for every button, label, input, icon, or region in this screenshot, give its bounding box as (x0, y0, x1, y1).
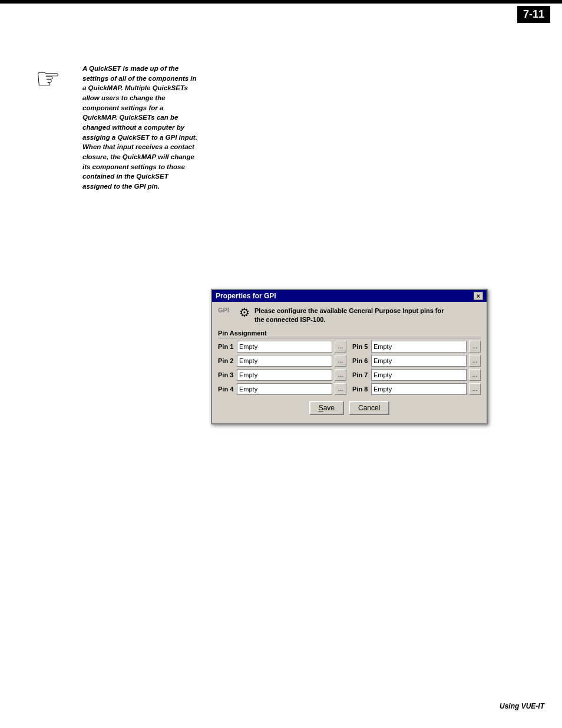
pin-3-label: Pin 3 (218, 371, 234, 378)
pin-7-label: Pin 7 (352, 371, 369, 378)
dialog-title: Properties for GPI (216, 292, 276, 300)
pin-2-label: Pin 2 (218, 357, 234, 364)
quickset-icon: ☞ (35, 65, 77, 106)
pin-8-row: Pin 8 ... (352, 383, 481, 395)
pin-5-label: Pin 5 (352, 343, 369, 350)
dialog-close-button[interactable]: × (474, 292, 483, 300)
pin-6-browse-button[interactable]: ... (469, 355, 481, 367)
pin-6-input[interactable] (371, 355, 467, 367)
pin-7-browse-button[interactable]: ... (469, 369, 481, 381)
pin-2-browse-button[interactable]: ... (335, 355, 346, 367)
dialog-titlebar: Properties for GPI × (212, 290, 487, 302)
save-underline-s: S (319, 404, 323, 412)
pin-7-row: Pin 7 ... (352, 369, 481, 381)
pin-4-row: Pin 4 ... (218, 383, 346, 395)
bottom-right-label: Using VUE-IT (500, 702, 544, 710)
dialog-description-line1: Please configure the available General P… (254, 307, 444, 315)
dialog-body: GPI ⚙ Please configure the available Gen… (212, 302, 487, 423)
dialog-buttons: Save Cancel (218, 401, 481, 419)
page-number: 7-11 (517, 6, 550, 23)
dialog-header-row: GPI ⚙ Please configure the available Gen… (218, 307, 481, 325)
pin-3-row: Pin 3 ... (218, 369, 346, 381)
pin-1-label: Pin 1 (218, 343, 234, 350)
pins-grid: Pin 1 ... Pin 5 ... Pin 2 ... Pin 6 ... (218, 341, 481, 395)
pin-7-input[interactable] (371, 369, 467, 381)
hand-pointing-icon: ☞ (35, 63, 61, 94)
pin-1-browse-button[interactable]: ... (335, 341, 346, 353)
pin-8-input[interactable] (371, 383, 467, 395)
dialog-description-line2: the connected ISP-100. (254, 315, 444, 324)
properties-for-gpi-dialog: Properties for GPI × GPI ⚙ Please config… (211, 289, 488, 424)
pin-3-browse-button[interactable]: ... (335, 369, 346, 381)
pin-6-label: Pin 6 (352, 357, 369, 364)
gpi-settings-icon: ⚙ (239, 307, 250, 318)
pin-1-input[interactable] (237, 341, 332, 353)
dialog-description: Please configure the available General P… (254, 307, 444, 325)
pin-2-row: Pin 2 ... (218, 355, 346, 367)
pin-5-browse-button[interactable]: ... (469, 341, 481, 353)
top-divider (0, 0, 562, 4)
pin-8-label: Pin 8 (352, 386, 369, 393)
pin-6-row: Pin 6 ... (352, 355, 481, 367)
pin-4-input[interactable] (237, 383, 332, 395)
pin-5-input[interactable] (371, 341, 467, 353)
pin-assignment-label: Pin Assignment (218, 330, 481, 338)
pin-4-browse-button[interactable]: ... (335, 383, 346, 395)
pin-2-input[interactable] (237, 355, 332, 367)
pin-8-browse-button[interactable]: ... (469, 383, 481, 395)
gpi-tab-label: GPI (218, 307, 234, 314)
save-button[interactable]: Save (309, 401, 344, 415)
pin-3-input[interactable] (237, 369, 332, 381)
pin-5-row: Pin 5 ... (352, 341, 481, 353)
sidebar-description: A QuickSET is made up of the settings of… (82, 64, 197, 192)
pin-4-label: Pin 4 (218, 386, 234, 393)
cancel-button[interactable]: Cancel (349, 401, 389, 415)
pin-1-row: Pin 1 ... (218, 341, 346, 353)
